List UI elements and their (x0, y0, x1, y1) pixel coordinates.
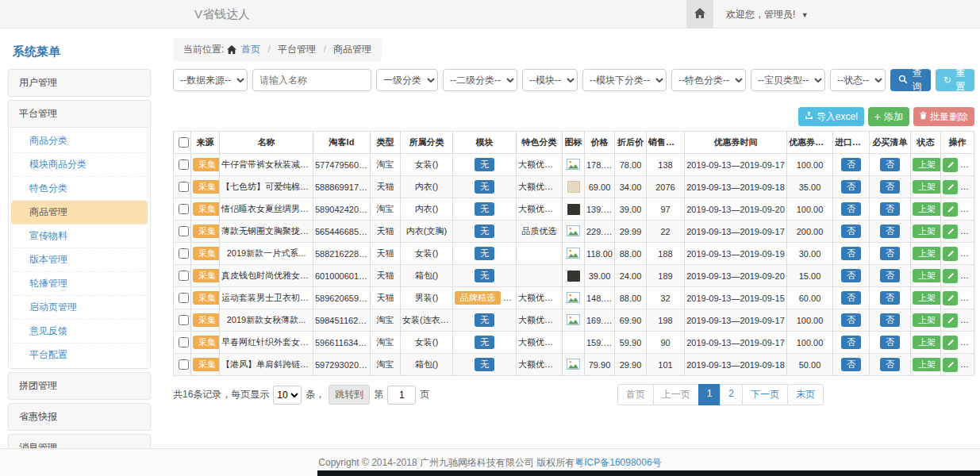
user-menu[interactable]: 欢迎您，管理员! ▼ (726, 8, 809, 21)
row-checkbox[interactable] (179, 293, 189, 303)
import-select-toggle[interactable]: 否 (841, 313, 861, 328)
module-badge[interactable]: 无 (475, 336, 494, 350)
filter-select-4[interactable]: --模块-- (522, 69, 578, 91)
module-badge[interactable]: 无 (475, 202, 494, 217)
pager-button-下一页[interactable]: 下一页 (742, 384, 788, 405)
pager-button-上一页[interactable]: 上一页 (653, 384, 699, 405)
must-buy-toggle[interactable]: 否 (880, 225, 900, 239)
status-badge[interactable]: 上架 (913, 336, 941, 350)
import-select-toggle[interactable]: 否 (841, 336, 861, 350)
select-all-checkbox[interactable] (179, 137, 189, 148)
module-badge[interactable]: 无 (475, 358, 494, 372)
row-checkbox[interactable] (179, 315, 189, 325)
sidebar-subitem-模块商品分类[interactable]: 模块商品分类 (11, 153, 148, 177)
module-badge[interactable]: 无 (475, 180, 494, 194)
reset-button[interactable]: ↻ 重置 (936, 69, 974, 91)
edit-button[interactable] (943, 247, 958, 261)
sidebar-item-拼团管理[interactable]: 拼团管理 (9, 373, 150, 399)
edit-button[interactable] (943, 291, 958, 305)
add-button[interactable]: + 添加 (868, 107, 909, 126)
import-select-toggle[interactable]: 否 (841, 291, 861, 305)
status-badge[interactable]: 上架 (913, 225, 941, 239)
must-buy-toggle[interactable]: 否 (880, 202, 900, 217)
sidebar-item-省惠快报[interactable]: 省惠快报 (9, 404, 150, 430)
status-badge[interactable]: 上架 (913, 202, 941, 217)
edit-button[interactable] (943, 202, 958, 217)
must-buy-toggle[interactable]: 否 (880, 269, 900, 283)
sidebar-subitem-启动页管理[interactable]: 启动页管理 (11, 296, 148, 320)
sidebar-item-平台管理[interactable]: 平台管理 (9, 101, 150, 127)
row-checkbox[interactable] (179, 359, 189, 370)
module-badge[interactable]: 无 (475, 158, 494, 172)
edit-button[interactable] (943, 180, 958, 194)
filter-select-2[interactable]: 一级分类 (376, 69, 438, 91)
import-select-toggle[interactable]: 否 (841, 269, 861, 283)
status-badge[interactable]: 上架 (913, 313, 941, 328)
sidebar-item-用户管理[interactable]: 用户管理 (9, 70, 150, 96)
import-select-toggle[interactable]: 否 (841, 158, 861, 172)
row-checkbox[interactable] (179, 271, 189, 281)
name-search-input[interactable] (252, 69, 371, 91)
row-checkbox[interactable] (179, 159, 189, 170)
must-buy-toggle[interactable]: 否 (880, 358, 900, 372)
pager-button-2[interactable]: 2 (720, 384, 743, 405)
pager-button-首页[interactable]: 首页 (617, 384, 654, 405)
import-select-toggle[interactable]: 否 (841, 225, 861, 239)
module-badge[interactable]: 无 (475, 225, 494, 239)
status-badge[interactable]: 上架 (913, 358, 941, 372)
must-buy-toggle[interactable]: 否 (880, 247, 900, 261)
breadcrumb-home-link[interactable]: 首页 (241, 44, 260, 55)
import-excel-button[interactable]: 导入excel (798, 107, 864, 126)
filter-select-3[interactable]: --二级分类-- (443, 69, 517, 91)
module-badge[interactable]: 品牌精选 (455, 291, 501, 305)
filter-select-0[interactable]: --数据来源-- (173, 69, 248, 91)
sidebar-subitem-版本管理[interactable]: 版本管理 (11, 248, 148, 272)
edit-button[interactable] (943, 158, 958, 172)
per-page-select[interactable]: 10 (273, 386, 302, 405)
filter-select-5[interactable]: --模块下分类-- (582, 69, 667, 91)
module-badge[interactable]: 无 (475, 313, 494, 328)
pager-button-1[interactable]: 1 (698, 384, 721, 405)
edit-button[interactable] (943, 336, 958, 350)
module-badge[interactable]: 无 (475, 247, 494, 261)
jump-button[interactable]: 跳转到 (329, 385, 370, 405)
must-buy-toggle[interactable]: 否 (880, 336, 900, 350)
must-buy-toggle[interactable]: 否 (880, 313, 900, 328)
row-checkbox[interactable] (179, 204, 189, 214)
edit-button[interactable] (943, 225, 958, 239)
import-select-toggle[interactable]: 否 (841, 180, 861, 194)
row-checkbox[interactable] (179, 337, 189, 347)
filter-select-8[interactable]: --状态-- (830, 69, 886, 91)
sidebar-subitem-商品分类[interactable]: 商品分类 (11, 129, 148, 153)
sidebar-subitem-平台配置[interactable]: 平台配置 (11, 344, 148, 367)
pager-button-末页[interactable]: 末页 (787, 384, 824, 405)
row-checkbox[interactable] (179, 182, 189, 192)
status-badge[interactable]: 上架 (913, 180, 941, 194)
icp-link[interactable]: 粤ICP备16098006号 (575, 457, 661, 468)
home-button[interactable] (686, 0, 713, 29)
sidebar-subitem-特色分类[interactable]: 特色分类 (11, 177, 148, 201)
query-button[interactable]: 查询 (890, 69, 931, 91)
must-buy-toggle[interactable]: 否 (880, 180, 900, 194)
sidebar-subitem-意见反馈[interactable]: 意见反馈 (11, 320, 148, 344)
row-checkbox[interactable] (179, 248, 189, 259)
sidebar-subitem-轮播管理[interactable]: 轮播管理 (11, 272, 148, 296)
sidebar-subitem-商品管理[interactable]: 商品管理 (11, 201, 148, 225)
sidebar-subitem-宣传物料[interactable]: 宣传物料 (11, 225, 148, 248)
status-badge[interactable]: 上架 (913, 291, 941, 305)
must-buy-toggle[interactable]: 否 (880, 291, 900, 305)
jump-page-input[interactable] (387, 386, 416, 405)
batch-delete-button[interactable]: 批量删除 (913, 107, 974, 126)
import-select-toggle[interactable]: 否 (841, 358, 861, 372)
status-badge[interactable]: 上架 (913, 247, 941, 261)
edit-button[interactable] (943, 269, 958, 283)
status-badge[interactable]: 上架 (913, 269, 941, 283)
import-select-toggle[interactable]: 否 (841, 247, 861, 261)
row-checkbox[interactable] (179, 226, 189, 236)
module-badge[interactable]: 无 (475, 269, 494, 283)
filter-select-7[interactable]: --宝贝类型-- (751, 69, 825, 91)
edit-button[interactable] (943, 313, 958, 328)
filter-select-6[interactable]: --特色分类-- (671, 69, 746, 91)
edit-button[interactable] (943, 358, 958, 372)
import-select-toggle[interactable]: 否 (841, 202, 861, 217)
